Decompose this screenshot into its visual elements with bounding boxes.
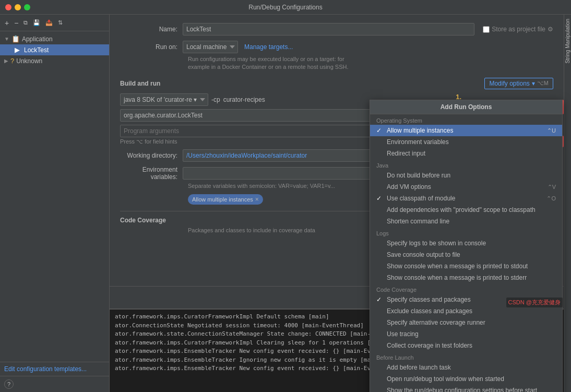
menu-item-save-console[interactable]: Save console output to file	[370, 249, 562, 260]
menu-check-classpath: ✓	[376, 195, 383, 202]
menu-item-show-console-stderr-label: Show console when a message is printed t…	[387, 274, 527, 281]
menu-item-env-vars-label: Environment variables	[387, 138, 449, 146]
dropdown-menu: Add Run Options Operating System ✓ Allow…	[370, 100, 563, 392]
store-project-label: Store as project file ⚙	[483, 26, 553, 33]
menu-item-specify-classes-label: Specify classes and packages	[387, 296, 471, 303]
window-title: Run/Debug Configurations	[248, 4, 322, 11]
menu-item-show-console-stderr[interactable]: Show console when a message is printed t…	[370, 272, 562, 283]
name-label: Name:	[120, 26, 183, 33]
window-controls[interactable]	[5, 4, 30, 10]
edit-templates-link[interactable]: Edit configuration templates...	[4, 365, 87, 373]
sdk-select[interactable]: java 8 SDK of 'curator-re ▾	[120, 93, 208, 106]
menu-item-env-vars[interactable]: Environment variables	[370, 136, 562, 148]
sidebar-help: ?	[0, 376, 109, 392]
store-gear-icon: ⚙	[548, 26, 553, 33]
menu-item-redirect[interactable]: Redirect input	[370, 148, 562, 159]
menu-item-use-tracing[interactable]: Use tracing	[370, 328, 562, 340]
menu-item-alt-runner[interactable]: Specify alternative coverage runner	[370, 317, 562, 328]
menu-item-specify-classes-left: ✓ Specify classes and packages	[376, 296, 471, 303]
menu-item-add-vm-label: Add VM options	[387, 183, 431, 191]
menu-item-before-launch-task[interactable]: Add before launch task	[370, 362, 562, 373]
menu-item-shorten-cmd-label: Shorten command line	[387, 218, 449, 225]
maximize-button[interactable]	[24, 4, 30, 10]
manage-targets-link[interactable]: Manage targets...	[244, 43, 293, 51]
share-config-button[interactable]: 📤	[44, 18, 54, 27]
menu-item-add-vm[interactable]: Add VM options ⌃V	[370, 181, 562, 193]
menu-section-before-launch: Before Launch	[370, 351, 562, 362]
close-button[interactable]	[5, 4, 11, 10]
menu-section-os: Operating System	[370, 114, 562, 125]
menu-item-open-tool-window-left: Open run/debug tool window when started	[376, 375, 504, 383]
cp-value: curator-recipes	[223, 96, 265, 103]
menu-item-open-tool-window-label: Open run/debug tool window when started	[387, 375, 504, 383]
modify-options-arrow-icon: ▾	[532, 80, 535, 87]
sidebar-toolbar: + − ⧉ 💾 📤 ⇅	[0, 15, 109, 31]
sidebar-item-locktest[interactable]: ▶ LockTest	[0, 44, 109, 55]
modify-shortcut-text: ⌥M	[537, 80, 549, 87]
menu-item-test-folders[interactable]: Collect coverage in test folders	[370, 340, 562, 351]
menu-item-before-launch-task-left: Add before launch task	[376, 364, 451, 371]
save-config-button[interactable]: 💾	[31, 18, 42, 27]
menu-shortcut-allow-multiple: ⌃U	[547, 127, 556, 134]
right-panel-label[interactable]: String Manipulation	[565, 19, 570, 64]
menu-shortcut-add-vm: ⌃V	[548, 184, 556, 191]
menu-item-shorten-cmd[interactable]: Shorten command line	[370, 216, 562, 227]
menu-item-shorten-cmd-left: Shorten command line	[376, 218, 449, 225]
name-input[interactable]	[183, 23, 474, 35]
menu-item-allow-multiple[interactable]: ✓ Allow multiple instances ⌃U	[370, 125, 562, 136]
add-config-button[interactable]: +	[3, 18, 10, 28]
menu-item-add-vm-left: Add VM options	[376, 183, 431, 191]
copy-config-button[interactable]: ⧉	[22, 18, 29, 27]
sidebar-item-unknown[interactable]: ▶ ? Unknown	[0, 55, 109, 66]
build-run-label: Build and run	[120, 80, 160, 87]
menu-item-open-tool-window[interactable]: Open run/debug tool window when started	[370, 373, 562, 385]
modify-options-button[interactable]: Modify options ▾ ⌥M	[484, 78, 553, 89]
sidebar-item-application[interactable]: ▼ 📋 Application	[0, 33, 109, 44]
menu-item-save-console-left: Save console output to file	[376, 251, 460, 258]
menu-shortcut-classpath: ⌃O	[546, 195, 556, 202]
menu-item-show-console-stdout-left: Show console when a message is printed t…	[376, 263, 528, 270]
menu-item-use-tracing-left: Use tracing	[376, 330, 419, 338]
locktest-icon: ▶	[15, 46, 20, 54]
store-project-checkbox[interactable]	[483, 26, 490, 33]
menu-item-classpath-label: Use classpath of module	[387, 195, 455, 202]
application-label: Application	[22, 35, 53, 43]
sidebar: + − ⧉ 💾 📤 ⇅ ▼ 📋 Application ▶ LockTest ▶…	[0, 15, 110, 392]
name-row: Name: Store as project file ⚙	[120, 23, 553, 35]
unknown-icon: ?	[10, 57, 14, 65]
menu-item-no-build[interactable]: Do not build before run	[370, 170, 562, 181]
allow-multiple-tag-close[interactable]: ×	[255, 196, 259, 203]
menu-item-provided-scope[interactable]: Add dependencies with "provided" scope t…	[370, 204, 562, 216]
sort-config-button[interactable]: ⇅	[56, 18, 64, 27]
run-on-select[interactable]: Local machine	[183, 41, 238, 53]
title-bar: Run/Debug Configurations	[0, 0, 571, 15]
menu-check-allow-multiple: ✓	[376, 127, 383, 134]
menu-item-no-build-left: Do not build before run	[376, 172, 450, 179]
menu-item-provided-scope-label: Add dependencies with "provided" scope t…	[387, 206, 536, 213]
store-project-text: Store as project file	[492, 26, 545, 33]
menu-item-allow-multiple-label: Allow multiple instances	[387, 127, 453, 134]
cp-label: -cp	[211, 96, 220, 103]
run-on-label: Run on:	[120, 43, 183, 51]
menu-item-specify-logs[interactable]: Specify logs to be shown in console	[370, 237, 562, 249]
help-button[interactable]: ?	[4, 379, 14, 389]
menu-title: Add Run Options	[370, 100, 562, 114]
run-on-hint: Run configurations may be executed local…	[188, 55, 553, 72]
menu-item-allow-multiple-left: ✓ Allow multiple instances	[376, 127, 453, 134]
menu-item-test-folders-label: Collect coverage in test folders	[387, 342, 472, 349]
tree-expand-arrow: ▼	[4, 36, 9, 42]
menu-item-show-settings-left: Show the run/debug configuration setting…	[376, 387, 537, 392]
menu-item-env-vars-left: Environment variables	[376, 138, 449, 146]
menu-item-alt-runner-left: Specify alternative coverage runner	[376, 319, 485, 326]
menu-item-show-settings-label: Show the run/debug configuration setting…	[387, 387, 537, 392]
main-layout: + − ⧉ 💾 📤 ⇅ ▼ 📋 Application ▶ LockTest ▶…	[0, 15, 571, 392]
menu-item-show-settings[interactable]: Show the run/debug configuration setting…	[370, 385, 562, 392]
menu-item-classpath[interactable]: ✓ Use classpath of module ⌃O	[370, 193, 562, 204]
remove-config-button[interactable]: −	[13, 18, 20, 28]
allow-multiple-tag: Allow multiple instances ×	[188, 194, 263, 205]
minimize-button[interactable]	[15, 4, 21, 10]
menu-section-java: Java	[370, 159, 562, 170]
menu-item-redirect-label: Redirect input	[387, 150, 425, 157]
menu-item-redirect-left: Redirect input	[376, 150, 425, 157]
menu-item-show-console-stdout[interactable]: Show console when a message is printed t…	[370, 260, 562, 272]
